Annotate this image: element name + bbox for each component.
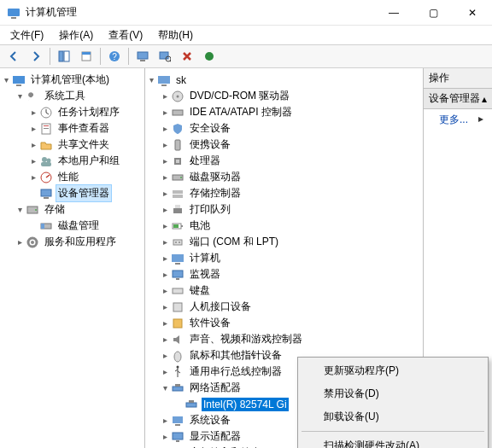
svg-rect-57 <box>173 303 182 311</box>
ctx-disable-device[interactable]: 禁用设备(D) <box>300 382 486 405</box>
storage-ctrl-icon <box>171 187 184 201</box>
dev-cpu[interactable]: ▸处理器 <box>159 153 423 169</box>
dev-root[interactable]: ▾sk <box>145 72 423 88</box>
chevron-icon[interactable]: ▾ <box>14 205 26 214</box>
actions-more[interactable]: 更多... ▸ <box>424 109 492 131</box>
nav-root-label: 计算机管理(本地) <box>29 72 111 88</box>
svg-rect-1 <box>11 17 16 19</box>
dev-sound[interactable]: ▸声音、视频和游戏控制器 <box>159 331 423 347</box>
chevron-icon[interactable]: ▾ <box>14 91 26 101</box>
chevron-icon[interactable]: ▸ <box>159 189 171 198</box>
chevron-icon[interactable]: ▸ <box>159 318 171 328</box>
toolbar: ? <box>0 44 492 68</box>
minimize-button[interactable]: — <box>374 0 413 26</box>
chevron-icon[interactable]: ▸ <box>159 221 171 230</box>
forward-button[interactable] <box>26 47 46 66</box>
menu-help[interactable]: 帮助(H) <box>151 26 200 44</box>
dev-print-queue[interactable]: ▸打印队列 <box>159 201 423 218</box>
hid-icon <box>171 300 184 314</box>
nav-system-tools[interactable]: ▾ 系统工具 <box>14 88 144 104</box>
chevron-icon[interactable]: ▸ <box>27 140 39 149</box>
nav-services-apps[interactable]: ▸ 服务和应用程序 <box>14 234 144 250</box>
ctx-uninstall-device[interactable]: 卸载设备(U) <box>300 405 486 428</box>
menu-view[interactable]: 查看(V) <box>102 26 149 44</box>
scan-hardware-button[interactable] <box>155 47 175 66</box>
svg-rect-19 <box>44 128 49 129</box>
chevron-icon[interactable]: ▸ <box>27 124 39 133</box>
nav-disk-management[interactable]: 磁盘管理 <box>27 218 144 234</box>
actions-section[interactable]: 设备管理器 ▴ <box>424 89 492 109</box>
menu-action[interactable]: 操作(A) <box>52 26 100 44</box>
chevron-icon[interactable]: ▸ <box>159 124 171 133</box>
chevron-icon[interactable]: ▸ <box>159 205 171 214</box>
uninstall-button[interactable] <box>177 47 197 66</box>
nav-task-scheduler[interactable]: ▸任务计划程序 <box>27 104 144 120</box>
show-hide-tree-button[interactable] <box>54 47 74 66</box>
dev-computer[interactable]: ▸计算机 <box>159 250 423 266</box>
dev-storage-ctrl[interactable]: ▸存储控制器 <box>159 185 423 201</box>
dev-keyboard[interactable]: ▸键盘 <box>159 282 423 299</box>
dev-hid[interactable]: ▸人机接口设备 <box>159 299 423 315</box>
chevron-icon[interactable]: ▸ <box>14 237 26 247</box>
chevron-icon[interactable]: ▸ <box>159 253 171 263</box>
chevron-icon[interactable]: ▸ <box>159 237 171 247</box>
nav-local-users[interactable]: ▸本地用户和组 <box>27 153 144 169</box>
dev-ide[interactable]: ▸IDE ATA/ATAPI 控制器 <box>159 104 423 120</box>
perf-icon <box>39 171 53 184</box>
chevron-icon[interactable]: ▸ <box>159 432 171 441</box>
chevron-icon[interactable]: ▸ <box>27 156 39 166</box>
chevron-icon[interactable]: ▸ <box>27 108 39 117</box>
chevron-icon[interactable]: ▸ <box>159 351 171 360</box>
dev-disk[interactable]: ▸磁盘驱动器 <box>159 169 423 185</box>
dev-battery[interactable]: ▸电池 <box>159 218 423 234</box>
nav-shared-folders[interactable]: ▸共享文件夹 <box>27 137 144 153</box>
sound-icon <box>171 333 184 346</box>
dev-software[interactable]: ▸软件设备 <box>159 315 423 331</box>
chevron-icon[interactable]: ▸ <box>159 172 171 182</box>
mouse-icon <box>171 349 184 363</box>
dev-portable[interactable]: ▸便携设备 <box>159 137 423 153</box>
chevron-icon[interactable]: ▸ <box>159 91 171 101</box>
close-button[interactable]: ✕ <box>453 0 492 26</box>
ctx-update-driver[interactable]: 更新驱动程序(P) <box>300 359 486 382</box>
chevron-icon[interactable]: ▸ <box>159 286 171 295</box>
svg-rect-56 <box>173 288 183 294</box>
chevron-icon[interactable]: ▸ <box>27 172 39 182</box>
chevron-icon[interactable]: ▸ <box>159 140 171 149</box>
chevron-icon[interactable]: ▾ <box>145 75 157 84</box>
chevron-icon[interactable]: ▸ <box>159 302 171 311</box>
dev-security[interactable]: ▸安全设备 <box>159 120 423 137</box>
cpu-icon <box>171 154 184 168</box>
nav-storage[interactable]: ▾ 存储 <box>14 201 144 218</box>
chevron-icon[interactable]: ▸ <box>159 270 171 279</box>
enable-button[interactable] <box>199 47 220 66</box>
svg-rect-8 <box>138 52 148 59</box>
disk-drive-icon <box>171 171 184 184</box>
chevron-icon[interactable]: ▾ <box>159 383 171 393</box>
properties-button[interactable] <box>76 47 97 66</box>
chevron-icon[interactable]: ▸ <box>159 335 171 344</box>
computer-icon-button[interactable] <box>132 47 153 66</box>
ctx-scan-hardware[interactable]: 扫描检测硬件改动(A) <box>300 434 486 448</box>
dev-monitor[interactable]: ▸监视器 <box>159 266 423 282</box>
svg-rect-64 <box>189 400 194 403</box>
nav-root[interactable]: ▾ 计算机管理(本地) <box>0 72 144 88</box>
system-device-icon <box>171 414 184 428</box>
svg-point-27 <box>35 209 37 211</box>
chevron-icon[interactable]: ▸ <box>159 108 171 117</box>
users-icon <box>39 154 53 168</box>
nav-performance[interactable]: ▸性能 <box>27 169 144 185</box>
chevron-icon[interactable]: ▸ <box>159 367 171 376</box>
dev-dvd[interactable]: ▸DVD/CD-ROM 驱动器 <box>159 88 423 104</box>
chevron-icon[interactable]: ▸ <box>159 416 171 425</box>
chevron-icon[interactable]: ▾ <box>0 75 12 84</box>
nav-event-viewer[interactable]: ▸事件查看器 <box>27 120 144 137</box>
svg-rect-22 <box>41 162 51 166</box>
dev-ports[interactable]: ▸端口 (COM 和 LPT) <box>159 234 423 250</box>
maximize-button[interactable]: ▢ <box>413 0 453 26</box>
back-button[interactable] <box>3 47 24 66</box>
help-button[interactable]: ? <box>104 47 125 66</box>
nav-device-manager[interactable]: 设备管理器 <box>27 185 144 201</box>
menu-file[interactable]: 文件(F) <box>3 26 50 44</box>
chevron-icon[interactable]: ▸ <box>159 156 171 166</box>
